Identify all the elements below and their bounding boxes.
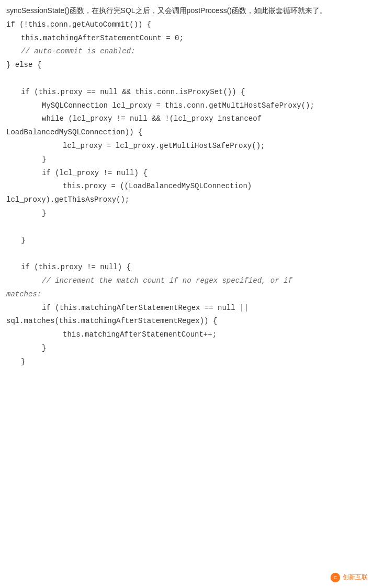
code-line-2: if (!this.conn.getAutoCommit()) { xyxy=(0,18,373,32)
code-container: syncSessionState()函数，在执行完SQL之后，又会调用postP… xyxy=(0,0,373,588)
code-line-25: this.matchingAfterStatementCount++; xyxy=(0,328,373,342)
code-line-11: lcl_proxy = lcl_proxy.getMultiHostSafePr… xyxy=(0,140,373,153)
watermark-text: 创新互联 xyxy=(343,572,368,582)
code-line-6 xyxy=(0,72,373,86)
code-line-15: lcl_proxy).getThisAsProxy(); xyxy=(0,193,373,207)
code-line-5: } else { xyxy=(0,59,373,72)
code-line-8: MySQLConnection lcl_proxy = this.conn.ge… xyxy=(0,99,373,113)
code-line-26: } xyxy=(0,342,373,355)
code-line-16: } xyxy=(0,207,373,221)
svg-text:C: C xyxy=(334,575,337,580)
code-line-7: if (this.proxy == null && this.conn.isPr… xyxy=(0,86,373,99)
watermark-icon: C xyxy=(330,572,341,583)
code-line-17 xyxy=(0,221,373,234)
watermark: C 创新互联 xyxy=(330,572,368,583)
code-line-23: if (this.matchingAfterStatementRegex == … xyxy=(0,302,373,315)
code-line-18: } xyxy=(0,234,373,248)
code-line-9: while (lcl_proxy != null && !(lcl_proxy … xyxy=(0,112,373,126)
code-line-20: if (this.proxy != null) { xyxy=(0,261,373,274)
code-line-1: syncSessionState()函数，在执行完SQL之后，又会调用postP… xyxy=(0,4,373,18)
code-line-27: } xyxy=(0,355,373,369)
code-line-12: } xyxy=(0,153,373,167)
code-line-21: // increment the match count if no regex… xyxy=(0,274,373,288)
code-line-13: if (lcl_proxy != null) { xyxy=(0,167,373,180)
code-line-19 xyxy=(0,247,373,261)
code-line-4: // auto-commit is enabled: xyxy=(0,45,373,59)
code-line-24: sql.matches(this.matchingAfterStatementR… xyxy=(0,315,373,328)
code-line-3: this.matchingAfterStatementCount = 0; xyxy=(0,32,373,45)
code-line-10: LoadBalancedMySQLConnection)) { xyxy=(0,126,373,140)
code-line-14: this.proxy = ((LoadBalancedMySQLConnecti… xyxy=(0,180,373,193)
code-line-22: matches: xyxy=(0,288,373,302)
